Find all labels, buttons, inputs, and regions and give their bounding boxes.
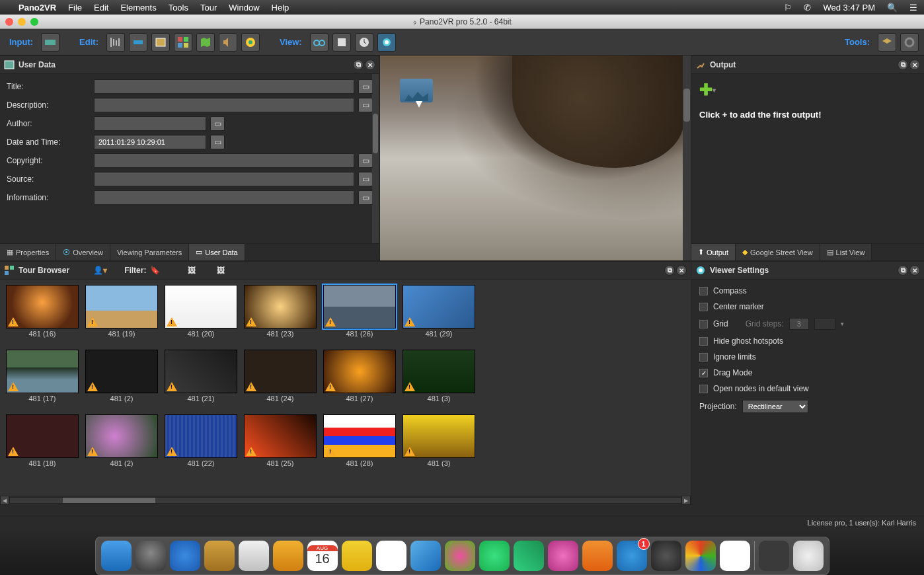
dock-finder[interactable] [101,541,132,571]
menu-tour[interactable]: Tour [200,3,217,13]
tab-viewing-params[interactable]: Viewing Parameters [110,244,189,260]
ignore-limits-label[interactable]: Ignore limits [713,352,756,362]
edit-levels-button[interactable] [106,33,125,52]
status-icon[interactable]: ⚐ [784,3,792,13]
field-source-file-button[interactable]: ▭ [358,172,373,186]
menu-edit[interactable]: Edit [94,3,108,13]
tour-thumb[interactable]: 481 (25) [243,414,317,477]
dock-preferences[interactable] [651,541,681,571]
open-default-checkbox[interactable] [699,385,708,393]
field-author-file-button[interactable]: ▭ [210,116,225,131]
projection-select[interactable]: Rectilinear [742,400,808,413]
grid-checkbox[interactable] [699,320,708,328]
tab-userdata[interactable]: ▭User Data [189,244,245,260]
dock-messages[interactable] [479,541,510,571]
tour-thumb[interactable]: 481 (22) [164,414,238,477]
menu-file[interactable]: File [68,3,82,13]
panel-close-button[interactable]: ✕ [909,59,920,70]
preview-viewport[interactable] [380,56,691,260]
tour-thumb[interactable]: 481 (29) [402,285,476,347]
menu-icon[interactable]: ☰ [909,3,917,13]
userdata-scrollbar[interactable] [372,74,379,243]
panel-close-button[interactable]: ✕ [909,265,920,276]
tour-thumb[interactable]: 481 (3) [402,414,476,477]
open-default-label[interactable]: Open nodes in default view [713,384,809,393]
input-panorama-button[interactable] [41,33,59,52]
tab-output[interactable]: ⬆Output [691,244,736,260]
menu-tools[interactable]: Tools [169,3,188,13]
app-name[interactable]: Pano2VR [19,3,56,13]
panel-popout-button[interactable]: ⧉ [664,265,675,276]
panel-popout-button[interactable]: ⧉ [353,59,364,70]
tour-thumb[interactable]: 481 (27) [323,350,397,412]
menu-elements[interactable]: Elements [120,3,156,13]
edit-hotspots-button[interactable] [174,33,192,52]
ignore-limits-checkbox[interactable] [699,353,708,362]
drag-mode-checkbox[interactable] [699,369,708,377]
dock-appstore[interactable]: 1 [617,541,647,571]
edit-sounds-button[interactable] [219,33,237,52]
ghost-checkbox[interactable] [699,337,708,346]
tour-thumb[interactable]: 481 (19) [85,285,159,347]
add-output-button[interactable]: ✚▾ [699,82,715,98]
dock-contacts[interactable] [239,541,269,571]
view-binoculars-button[interactable] [310,33,328,52]
dock-mail[interactable] [204,541,235,571]
tour-thumb[interactable]: 481 (2) [85,414,159,477]
panel-close-button[interactable]: ✕ [676,265,687,276]
tour-thumb[interactable]: 481 (20) [164,285,238,347]
dock-reminders[interactable] [376,541,406,571]
tour-view-icon[interactable]: 🖼 [217,266,225,275]
dock-facetime[interactable] [514,541,544,571]
center-marker-label[interactable]: Center marker [713,302,764,311]
view-preview-button[interactable] [377,33,396,52]
field-datetime-input[interactable] [94,135,206,149]
dock-notes[interactable] [342,541,372,571]
dock-trash[interactable] [793,541,824,571]
view-list-button[interactable] [332,33,351,52]
field-title-file-button[interactable]: ▭ [358,79,373,94]
ghost-label[interactable]: Hide ghost hotspots [713,336,783,346]
tour-thumb[interactable]: 481 (16) [5,285,79,347]
drag-mode-label[interactable]: Drag Mode [713,368,752,377]
tour-thumb[interactable]: 481 (2) [85,350,159,412]
field-info-file-button[interactable]: ▭ [358,190,373,205]
tools-gear-button[interactable] [900,33,919,52]
status-icon-2[interactable]: ✆ [804,3,811,13]
spotlight-icon[interactable]: 🔍 [887,3,898,13]
tour-thumb[interactable]: 481 (21) [164,350,238,412]
tour-thumb[interactable]: 481 (24) [243,350,317,412]
view-clock-button[interactable] [355,33,373,52]
dock-itunes[interactable] [548,541,578,571]
dock-safari[interactable] [170,541,200,571]
dock-calendar[interactable]: AUG16 [307,541,338,571]
center-marker-checkbox[interactable] [699,303,708,311]
edit-map-button[interactable] [196,33,215,52]
tools-skin-button[interactable] [878,33,896,52]
tab-listview[interactable]: ▤List View [820,244,872,260]
grid-color-button[interactable] [814,318,835,330]
compass-label[interactable]: Compass [713,286,747,295]
tab-properties[interactable]: ▦Properties [0,244,56,260]
tab-overview[interactable]: ⦿Overview [56,244,110,260]
dock-books[interactable] [582,541,613,571]
field-info-input[interactable] [94,190,354,205]
tour-filter-icon[interactable]: 🔖 [150,266,160,275]
close-window-button[interactable] [5,18,13,26]
tour-thumb[interactable]: 481 (28) [323,414,397,477]
field-desc-input[interactable] [94,98,354,112]
maximize-window-button[interactable] [30,18,38,26]
grid-label[interactable]: Grid [713,319,728,328]
panel-popout-button[interactable]: ⧉ [898,59,908,70]
dock-launchpad[interactable] [135,541,166,571]
field-copyright-input[interactable] [94,153,354,168]
dock-ibooks[interactable] [273,541,303,571]
tour-thumb[interactable]: 481 (3) [402,350,476,412]
panel-close-button[interactable]: ✕ [365,59,375,70]
menu-help[interactable]: Help [272,3,289,13]
tour-thumb[interactable]: 481 (18) [5,414,79,477]
field-copyright-file-button[interactable]: ▭ [358,153,373,168]
preview-scrollbar[interactable] [683,56,691,260]
field-desc-file-button[interactable]: ▭ [358,98,373,112]
tour-thumb[interactable]: 481 (26) [323,285,397,347]
